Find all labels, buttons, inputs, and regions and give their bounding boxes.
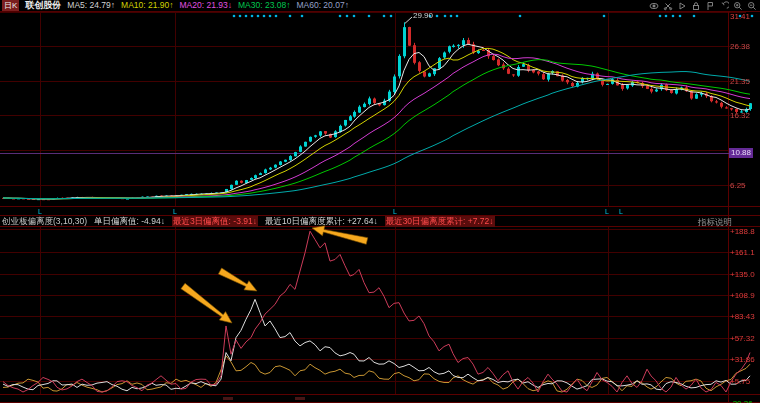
indicator-axis-label: +57.32 bbox=[730, 334, 755, 343]
date-tick bbox=[223, 397, 233, 400]
highlighted-price-label: 10.88 bbox=[729, 148, 753, 158]
undo-icon[interactable] bbox=[719, 1, 729, 11]
ma5-label: MA5: 24.79↑ bbox=[67, 0, 115, 11]
trading-app-window: 日K 联创股份 MA5: 24.79↑MA10: 21.90↑MA20: 21.… bbox=[0, 0, 760, 403]
indicator-axis-label: +188.8 bbox=[730, 227, 755, 236]
event-marker[interactable]: L bbox=[619, 208, 623, 216]
price-axis-label: 21.35 bbox=[730, 77, 750, 86]
chart-header: 日K 联创股份 MA5: 24.79↑MA10: 21.90↑MA20: 21.… bbox=[0, 0, 760, 12]
eye-icon[interactable] bbox=[649, 1, 659, 11]
ma20-label: MA20: 21.93↓ bbox=[180, 0, 232, 11]
indicator-header: 创业板偏离度(3,10,30) 单日偏离值: -4.94↓最近3日偏离值: -3… bbox=[0, 216, 696, 227]
ma60-label: MA60: 20.07↑ bbox=[296, 0, 348, 11]
period-badge: 日K bbox=[2, 0, 19, 11]
single-day-deviation: 单日偏离值: -4.94↓ bbox=[94, 216, 165, 227]
price-axis-label: 31.41 bbox=[730, 12, 750, 21]
indicator-axis-label: -20.36 bbox=[730, 399, 753, 403]
indicator-title: 创业板偏离度(3,10,30) bbox=[2, 216, 87, 227]
ma10-label: MA10: 21.90↑ bbox=[121, 0, 173, 11]
ma-values-row: MA5: 24.79↑MA10: 21.90↑MA20: 21.93↓MA30:… bbox=[67, 0, 349, 11]
indicator-axis-label: +5.75 bbox=[730, 377, 750, 386]
recent-10d-cumulative: 最近10日偏离度累计: +27.64↓ bbox=[265, 216, 378, 227]
indicator-axis-label: +83.43 bbox=[730, 312, 755, 321]
indicator-help-link[interactable]: 指标说明 bbox=[698, 217, 732, 229]
indicator-axis-label: +135.0 bbox=[730, 270, 755, 279]
date-tick bbox=[295, 397, 305, 400]
event-marker[interactable]: L bbox=[38, 208, 42, 216]
indicator-axis-label: +161.1 bbox=[730, 248, 755, 257]
indicator-axis-label: +108.9 bbox=[730, 291, 755, 300]
chart-toolbar bbox=[649, 1, 757, 11]
ma30-label: MA30: 23.08↑ bbox=[238, 0, 290, 11]
recent-3d-deviation: 最近3日偏离值: -3.91↓ bbox=[172, 216, 258, 227]
recent-30d-cumulative: 最近30日偏离度累计: +7.72↓ bbox=[385, 216, 495, 227]
price-axis-label: 16.32 bbox=[730, 111, 750, 120]
event-marker[interactable]: L bbox=[173, 208, 177, 216]
price-axis-label: 6.25 bbox=[730, 181, 746, 190]
lock-icon[interactable] bbox=[691, 1, 701, 11]
play-icon[interactable] bbox=[677, 1, 687, 11]
event-marker[interactable]: L bbox=[393, 208, 397, 216]
zoom-in-icon[interactable] bbox=[733, 1, 743, 11]
flag-icon[interactable] bbox=[705, 1, 715, 11]
indicator-values: 单日偏离值: -4.94↓最近3日偏离值: -3.91↓最近10日偏离度累计: … bbox=[94, 216, 495, 227]
indicator-axis-label: +31.86 bbox=[730, 355, 755, 364]
price-axis-label: 26.38 bbox=[730, 42, 750, 51]
stock-name: 联创股份 bbox=[25, 0, 61, 11]
scissors-icon[interactable] bbox=[663, 1, 673, 11]
peak-price-annotation: 29.90 bbox=[413, 11, 433, 20]
event-marker[interactable]: L bbox=[605, 208, 609, 216]
chart-canvas[interactable] bbox=[0, 0, 760, 403]
zoom-out-icon[interactable] bbox=[747, 1, 757, 11]
